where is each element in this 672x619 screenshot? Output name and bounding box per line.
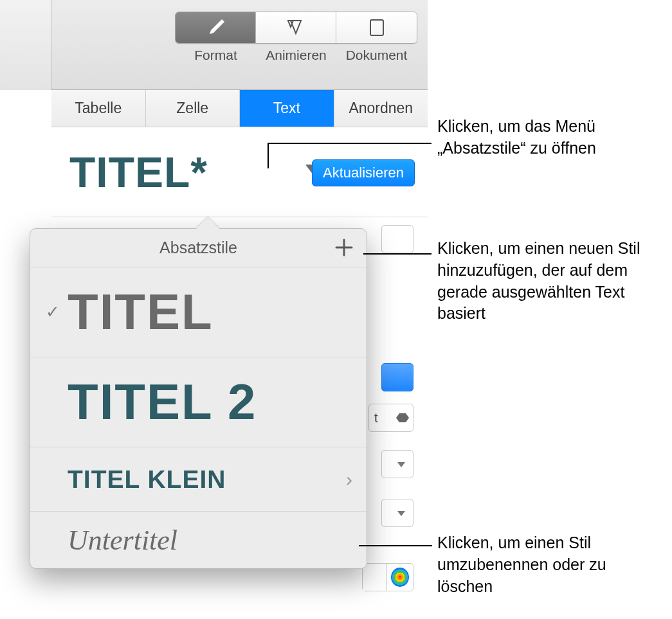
svg-rect-0 <box>370 20 383 35</box>
paragraph-style-name[interactable]: TITEL* <box>69 148 208 197</box>
style-item-label: TITEL 2 <box>68 373 257 431</box>
add-style-button[interactable] <box>331 234 358 261</box>
background-popup[interactable] <box>381 363 413 391</box>
inspector-panel: Tabelle Zelle Text Anordnen TITEL* Aktua… <box>51 90 428 217</box>
background-dropdown-1[interactable] <box>381 450 413 478</box>
toolbar-animate-button[interactable] <box>256 12 336 43</box>
toolbar: Format Animieren Dokument <box>175 12 417 82</box>
document-area-sliver <box>0 0 51 90</box>
callout-add-style: Klicken, um einen neuen Stil hinzuzufüge… <box>437 238 656 325</box>
leader-line <box>363 253 431 255</box>
style-item-label: TITEL KLEIN <box>68 465 226 494</box>
tab-arrange[interactable]: Anordnen <box>334 90 428 127</box>
background-color-well[interactable] <box>362 563 413 591</box>
callout-open-menu: Klicken, um das Menü „Absatzstile“ zu öf… <box>437 116 656 159</box>
background-dropdown-2[interactable] <box>381 499 413 527</box>
toolbar-area: Format Animieren Dokument <box>0 0 428 90</box>
plus-icon <box>333 237 355 258</box>
stepper-text: t <box>374 411 378 426</box>
background-control[interactable] <box>381 225 413 253</box>
style-item-titel-2[interactable]: TITEL 2 <box>30 357 367 447</box>
leader-line <box>359 545 432 546</box>
tab-text[interactable]: Text <box>240 90 334 127</box>
paragraph-style-row: TITEL* Aktualisieren <box>51 127 428 217</box>
toolbar-labels: Format Animieren Dokument <box>176 48 417 63</box>
leader-line <box>268 143 269 168</box>
style-item-untertitel[interactable]: Untertitel <box>30 512 367 568</box>
brush-icon <box>204 18 226 37</box>
toolbar-document-button[interactable] <box>336 12 417 43</box>
tab-table[interactable]: Tabelle <box>51 90 146 127</box>
style-item-label: TITEL <box>68 283 213 341</box>
toolbar-document-label: Dokument <box>336 48 417 63</box>
color-picker-icon[interactable] <box>391 568 409 587</box>
chevron-right-icon[interactable]: › <box>346 469 352 490</box>
toolbar-segmented <box>175 12 417 44</box>
popover-header: Absatzstile <box>30 229 367 267</box>
popover-style-list: ✓ TITEL TITEL 2 TITEL KLEIN › Untertitel <box>30 267 367 568</box>
toolbar-format-label: Format <box>176 48 256 63</box>
popover-title: Absatzstile <box>159 238 237 257</box>
diamond-icon <box>285 18 307 37</box>
leader-line <box>268 143 431 144</box>
checkmark-icon: ✓ <box>46 302 68 322</box>
callout-rename-delete: Klicken, um einen Stil umzubenennen oder… <box>437 532 656 597</box>
style-item-titel-klein[interactable]: TITEL KLEIN › <box>30 447 367 512</box>
background-stepper[interactable]: t <box>368 404 413 432</box>
toolbar-format-button[interactable] <box>176 12 256 43</box>
document-icon <box>368 18 386 37</box>
tab-cell[interactable]: Zelle <box>146 90 241 127</box>
inspector-tabs: Tabelle Zelle Text Anordnen <box>51 90 428 127</box>
toolbar-animate-label: Animieren <box>256 48 336 63</box>
style-item-titel[interactable]: ✓ TITEL <box>30 267 367 357</box>
paragraph-styles-popover: Absatzstile ✓ TITEL TITEL 2 TITEL KLEIN … <box>30 228 367 569</box>
style-item-label: Untertitel <box>68 524 177 557</box>
update-style-button[interactable]: Aktualisieren <box>312 159 415 186</box>
